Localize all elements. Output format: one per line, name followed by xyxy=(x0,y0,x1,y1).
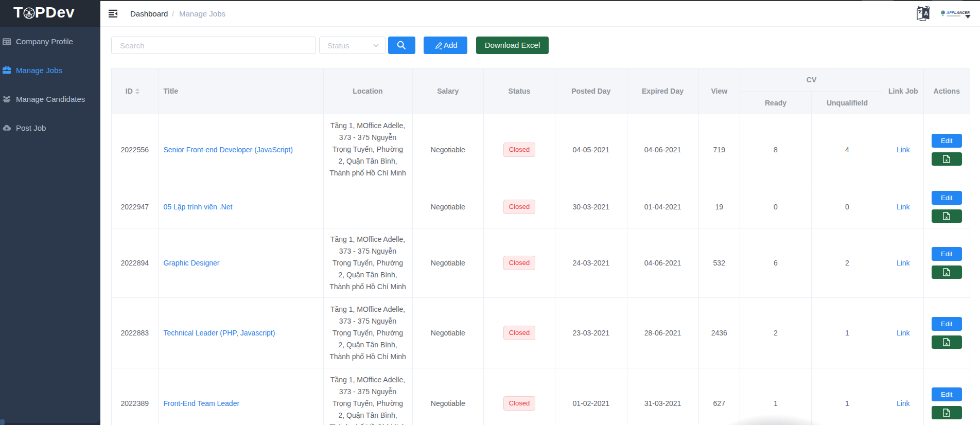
svg-text:x: x xyxy=(946,412,948,416)
svg-text:x: x xyxy=(946,157,948,162)
svg-text:A: A xyxy=(924,10,928,16)
svg-text:x: x xyxy=(946,271,948,276)
svg-text:x: x xyxy=(946,215,948,219)
svg-text:x: x xyxy=(946,341,948,346)
